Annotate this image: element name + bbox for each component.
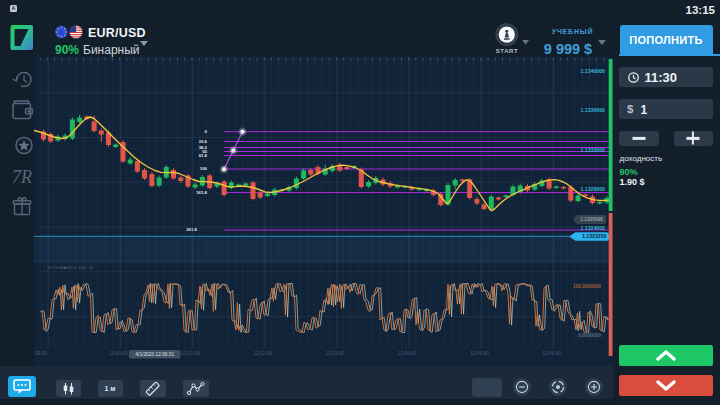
- svg-text:1.1332000: 1.1332000: [580, 147, 605, 153]
- svg-text:7R: 7R: [12, 167, 32, 187]
- svg-text:12:02:00: 12:02:00: [253, 351, 272, 356]
- svg-text:0: 0: [205, 129, 208, 134]
- svg-text:STOCHASTIC (14, 3): STOCHASTIC (14, 3): [48, 265, 94, 270]
- svg-text:100: 100: [200, 166, 208, 171]
- svg-text:1.1325000: 1.1325000: [580, 217, 603, 222]
- svg-text:12:01:00: 12:01:00: [181, 351, 200, 356]
- svg-text:1.1328000: 1.1328000: [580, 186, 605, 192]
- svg-text:161.8: 161.8: [196, 190, 207, 195]
- svg-text:100.0000000: 100.0000000: [573, 284, 601, 289]
- svg-text:12:04:00: 12:04:00: [398, 351, 417, 356]
- svg-text:12:03:00: 12:03:00: [326, 351, 345, 356]
- svg-text:23.6: 23.6: [199, 139, 208, 144]
- svg-text:12:05:00: 12:05:00: [470, 351, 489, 356]
- svg-text:59:00: 59:00: [35, 351, 47, 356]
- svg-text:1.1324000: 1.1324000: [580, 225, 605, 231]
- svg-text:4/1/2020 12:00:31: 4/1/2020 12:00:31: [135, 352, 174, 357]
- svg-text:12:06:00: 12:06:00: [542, 351, 561, 356]
- svg-text:1.1340000: 1.1340000: [580, 68, 605, 74]
- svg-text:1.1323250: 1.1323250: [582, 233, 607, 239]
- svg-text:1.1336000: 1.1336000: [580, 107, 605, 113]
- svg-text:0.0000000: 0.0000000: [578, 333, 601, 338]
- svg-text:12:00:00: 12:00:00: [109, 351, 128, 356]
- svg-text:61.8: 61.8: [199, 153, 208, 158]
- svg-text:261.8: 261.8: [186, 227, 197, 232]
